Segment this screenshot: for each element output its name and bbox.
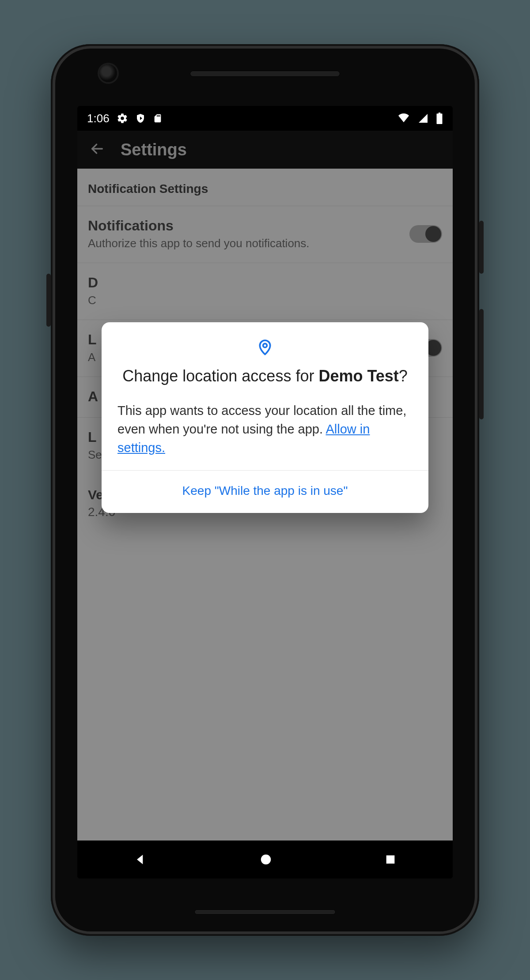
side-button xyxy=(479,221,484,274)
keep-while-in-use-button[interactable]: Keep "While the app is in use" xyxy=(102,471,428,513)
svg-point-2 xyxy=(263,343,267,347)
nav-back-icon[interactable] xyxy=(133,852,148,867)
side-button xyxy=(46,274,51,327)
wifi-icon xyxy=(397,113,410,124)
dialog-title-text: Change location access for xyxy=(122,367,318,385)
status-bar: 1:06 xyxy=(77,106,453,131)
front-camera xyxy=(99,64,117,82)
dialog-body: This app wants to access your location a… xyxy=(102,391,428,470)
shield-icon xyxy=(135,113,146,124)
clock: 1:06 xyxy=(87,112,110,125)
phone-frame: 1:06 xyxy=(51,44,479,936)
svg-rect-4 xyxy=(386,856,395,864)
dialog-title-text: ? xyxy=(399,367,408,385)
nav-recent-icon[interactable] xyxy=(384,853,397,866)
dialog-title-appname: Demo Test xyxy=(318,367,398,385)
battery-icon xyxy=(436,113,443,124)
screen: 1:06 xyxy=(77,106,453,878)
svg-point-3 xyxy=(261,855,271,865)
sd-card-icon xyxy=(153,113,163,124)
dialog-title: Change location access for Demo Test? xyxy=(102,356,428,391)
android-nav-bar xyxy=(77,841,453,878)
signal-icon xyxy=(417,113,429,124)
side-button xyxy=(479,309,484,419)
location-pin-icon xyxy=(102,322,428,356)
nav-home-icon[interactable] xyxy=(259,853,273,866)
permission-dialog: Change location access for Demo Test? Th… xyxy=(102,322,428,513)
gear-icon xyxy=(117,113,128,124)
